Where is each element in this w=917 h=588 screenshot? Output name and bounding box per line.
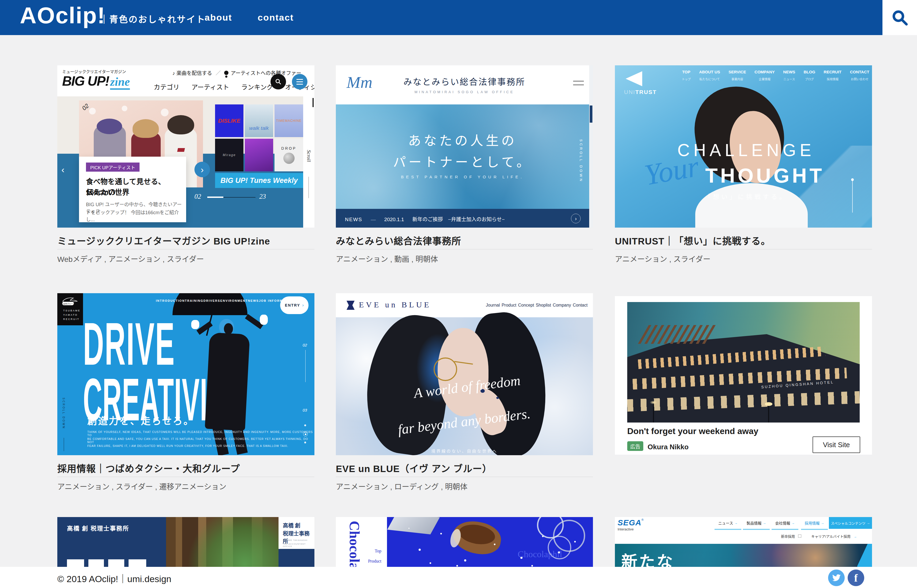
caption-divider — [57, 477, 314, 477]
album-tile-dislike[interactable]: DISLIKE — [215, 104, 243, 137]
unitrust-nav-news[interactable]: NEWSニュース — [783, 69, 795, 88]
album-tile-duo[interactable] — [245, 139, 273, 171]
eve-nav-company[interactable]: Company — [553, 303, 571, 308]
scrollbar-thumb[interactable] — [590, 105, 592, 123]
work-card-unitrust[interactable]: UNITRUST TOPトップ ABOUT US私たちについて SERVICE事… — [615, 65, 872, 228]
sega-tab-products[interactable]: 製品情報→ — [743, 517, 770, 530]
twitter-button[interactable] — [828, 570, 845, 586]
glasses-rim — [433, 357, 457, 381]
news-text[interactable]: 新年のご挨拶 −弁護士加入のお知らせ− — [412, 216, 505, 222]
work-card-minatomirai[interactable]: Mm みなとみらい総合法律事務所 MINATOMIRAI SOGO LAW OF… — [336, 65, 593, 228]
eve-nav-journal[interactable]: Journal — [486, 303, 500, 308]
work-card-takahashi[interactable]: 高橋 創 税理士事務所 高橋 創 税理士事務所 HAJIME TAKAHASHI… — [57, 517, 314, 567]
choco-nav-top[interactable]: Top — [362, 549, 382, 554]
tsubame-nav-drivers[interactable]: DRIVERS — [204, 299, 220, 302]
page-num-current: 02 — [302, 343, 307, 347]
album-tile-mirage[interactable]: Mirage — [215, 139, 243, 171]
page-track[interactable] — [223, 197, 256, 198]
work-title[interactable]: ミュージッククリエイターマガジン BIG UP!zine — [57, 234, 270, 247]
site-header: AOclip! ｜青色のおしゃれサイト about contact — [0, 0, 917, 35]
page-bar[interactable] — [207, 197, 223, 198]
sega-subnav-career[interactable]: キャリア/アルバイト採用 — [811, 535, 850, 538]
page-dot-2-active[interactable] — [303, 432, 308, 436]
eve-nav-concept[interactable]: Concept — [518, 303, 534, 308]
work-title[interactable]: UNITRUST｜「想い」に挑戦する。 — [615, 234, 770, 247]
nav-about[interactable]: about — [205, 12, 232, 23]
search-button[interactable] — [883, 0, 917, 35]
nav-contact[interactable]: contact — [258, 12, 294, 23]
work-card-eveunblue[interactable]: EVE un BLUE Journal Product Concept Shop… — [336, 293, 593, 455]
slider-next-button[interactable]: › — [194, 162, 210, 177]
ad-card[interactable]: SUZHOU QINGSHAN HOTEL Don't forget your … — [615, 296, 872, 455]
unitrust-logo[interactable]: UNITRUST — [624, 71, 667, 95]
tsubame-scroll-down: SCROLL DOWN — [62, 397, 65, 429]
facebook-button[interactable]: f — [847, 570, 864, 586]
tsubame-nav-news[interactable]: NEWS — [248, 299, 259, 302]
unitrust-nav-about[interactable]: ABOUT US私たちについて — [699, 69, 720, 88]
bigup-util-distribute[interactable]: 楽曲を配信する — [176, 70, 212, 76]
sega-logo[interactable]: SEGA® Interactive — [618, 518, 644, 531]
takahashi-navy-panel: 高橋 創 税理士事務所 — [57, 517, 166, 567]
sega-tab-recruit[interactable]: 採用情報→ — [801, 517, 828, 530]
bigup-header: ミュージッククリエイターマガジン BIG UP! zine ♪ 楽曲を配信する … — [57, 65, 314, 96]
eve-nav-shoplist[interactable]: Shoplist — [536, 303, 551, 308]
album-tile-walktalk[interactable]: walk talk — [245, 104, 273, 137]
page-dot-1[interactable] — [304, 425, 306, 426]
bigup-search-button[interactable] — [270, 74, 286, 89]
sega-subnav-newgrad[interactable]: 新卒採用 — [781, 535, 795, 538]
sega-tab-news[interactable]: ニュース→ — [715, 517, 741, 530]
work-card-bigupzine[interactable]: ミュージッククリエイターマガジン BIG UP! zine ♪ 楽曲を配信する … — [57, 65, 314, 228]
page-dot-3[interactable] — [304, 441, 306, 443]
work-tags[interactable]: Webメディア , アニメーション , スライダー — [57, 253, 204, 264]
unitrust-nav-service[interactable]: SERVICE事業内容 — [728, 69, 746, 88]
unitrust-nav-company[interactable]: COMPANY企業情報 — [754, 69, 775, 88]
unitrust-nav-recruit[interactable]: RECRUIT採用情報 — [824, 69, 842, 88]
work-title[interactable]: EVE un BLUE（イヴ アン ブルー） — [336, 461, 492, 475]
eve-nav-contact[interactable]: Contact — [573, 303, 587, 308]
work-tags[interactable]: アニメーション , ローディング , 明朝体 — [336, 481, 467, 492]
album-tile-timemachine[interactable]: TIMEMACHINE — [275, 104, 303, 137]
bigup-logo: BIG UP! zine — [62, 73, 130, 89]
bigup-nav-artist[interactable]: アーティスト — [191, 84, 229, 91]
tsubame-nav-training[interactable]: TRAINING — [185, 299, 203, 302]
bigup-nav-ranking[interactable]: ランキング — [241, 84, 273, 91]
pickup-card[interactable]: PICK UPアーティスト 食べ物を通して見せる、166cmの 伝えたい世界 B… — [79, 157, 186, 222]
bigup-util-offer[interactable]: アーティストへの各種オファー — [231, 70, 301, 76]
work-tags[interactable]: アニメーション , 動画 , 明朝体 — [336, 253, 438, 264]
news-line: NEWS ― 2020.1.1 新年のご挨拶 −弁護士加入のお知らせ− — [345, 215, 505, 223]
tsubame-nav-introduction[interactable]: INTRODUCTION — [156, 299, 185, 302]
work-card-sega[interactable]: SEGA® Interactive ニュース→ 製品情報→ 会社情報→ 採用情報… — [615, 517, 872, 567]
sega-tab-company[interactable]: 会社情報→ — [771, 517, 798, 530]
tsubame-nav-environment[interactable]: ENVIRONMENT — [220, 299, 248, 302]
lamp-post — [653, 404, 654, 423]
work-tags[interactable]: アニメーション , スライダー — [615, 253, 710, 264]
ad-headline[interactable]: Don't forget your weekend away — [627, 426, 758, 436]
unitrust-nav-blog[interactable]: BLOGブログ — [804, 69, 815, 88]
unitrust-nav-top[interactable]: TOPトップ — [682, 69, 691, 88]
work-title[interactable]: みなとみらい総合法律事務所 — [336, 234, 461, 247]
header-nav: about contact — [205, 12, 316, 23]
visit-site-button[interactable]: Visit Site — [813, 436, 860, 453]
eve-nav-product[interactable]: Product — [501, 303, 516, 308]
eve-site-name[interactable]: EVE un BLUE — [359, 300, 431, 309]
ad-photo[interactable]: SUZHOU QINGSHAN HOTEL — [627, 302, 860, 423]
scrollbar-thumb[interactable] — [312, 98, 314, 107]
tunes-weekly-banner[interactable]: BIG UP! Tunes Weekly — [215, 173, 303, 188]
news-arrow-button[interactable]: › — [571, 214, 581, 223]
minato-menu-button[interactable] — [573, 81, 584, 86]
work-card-tsubame[interactable]: DRIVE CREATIVITY つばめグループ TSUBAME YAMATO … — [57, 293, 314, 455]
work-tags[interactable]: アニメーション , スライダー , 遷移アニメーション — [57, 481, 226, 492]
choco-nav-product[interactable]: Product — [354, 559, 382, 564]
work-card-chocolaphil[interactable]: Chocolaphil Top Product Chocolaphil — [336, 517, 593, 567]
minato-news-bar[interactable]: NEWS ― 2020.1.1 新年のご挨拶 −弁護士加入のお知らせ− › — [336, 209, 589, 228]
album-tile-drop[interactable]: DROP — [275, 139, 303, 171]
unitrust-nav-contact[interactable]: CONTACTお問い合わせ — [850, 69, 869, 88]
sega-tab-special[interactable]: スペシャルコンテンツ→ — [829, 517, 872, 529]
work-title[interactable]: 採用情報｜つばめタクシー・大和グループ — [57, 461, 240, 475]
bigup-menu-button[interactable] — [292, 74, 307, 89]
takahashi-panel-en2: TAX ACCOUNTANT OFFICE — [283, 543, 314, 548]
entry-button[interactable]: ENTRY › — [280, 296, 309, 314]
minato-scrollbar[interactable] — [589, 65, 593, 228]
site-logo[interactable]: AOclip! — [20, 2, 105, 29]
bigup-nav-category[interactable]: カテゴリ — [154, 84, 180, 91]
